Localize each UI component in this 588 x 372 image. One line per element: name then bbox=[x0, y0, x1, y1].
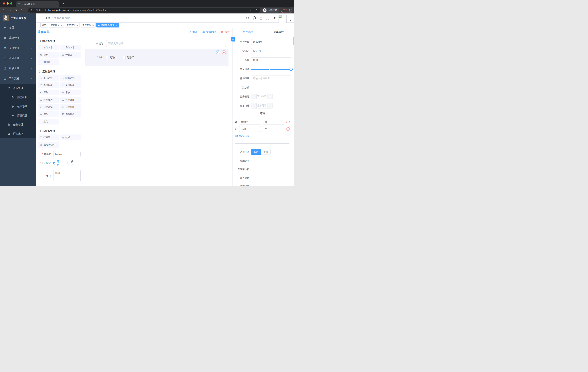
option-value-input[interactable] bbox=[263, 119, 284, 125]
tag-close-icon[interactable]: ✕ bbox=[116, 24, 117, 26]
option-value-input[interactable] bbox=[263, 126, 284, 132]
palette-item-password[interactable]: 密码 bbox=[38, 52, 59, 58]
checkbox-unchecked-icon[interactable] bbox=[123, 56, 126, 59]
remove-option-button[interactable]: − bbox=[286, 120, 290, 123]
sidebar-item-devtools[interactable]: 研发工具 bbox=[0, 63, 36, 74]
close-window-button[interactable] bbox=[3, 2, 5, 5]
increase-icon[interactable]: + bbox=[267, 103, 273, 108]
sidebar-item-process-form[interactable]: 流程表单 bbox=[0, 93, 36, 102]
palette-item-rate[interactable]: 评分 bbox=[38, 111, 59, 117]
status-radio-on[interactable]: 开启 bbox=[53, 160, 62, 167]
slider-thumb[interactable] bbox=[289, 68, 293, 71]
palette-item-checkbox-group[interactable]: 多选框组 bbox=[60, 82, 81, 88]
browser-update-button[interactable]: 更新 bbox=[281, 8, 292, 13]
phone-input[interactable] bbox=[106, 40, 226, 47]
option-label-input[interactable] bbox=[239, 119, 261, 125]
fullscreen-icon[interactable] bbox=[266, 16, 269, 20]
view-json-button[interactable]: 查看json bbox=[202, 30, 216, 34]
palette-item-date-picker[interactable]: 日期选择 bbox=[38, 104, 59, 110]
clear-button[interactable]: 清空 bbox=[221, 30, 230, 34]
home-icon[interactable] bbox=[20, 9, 23, 12]
add-option-button[interactable]: 添加选项 bbox=[235, 134, 291, 138]
slider-track[interactable] bbox=[251, 69, 291, 70]
remark-textarea[interactable]: 嘿嘿 bbox=[53, 170, 81, 181]
sidebar-item-process-model[interactable]: 流程模型 bbox=[0, 111, 36, 120]
font-size-icon[interactable]: тT bbox=[272, 17, 275, 20]
option-label-input[interactable] bbox=[239, 126, 261, 132]
sidebar-item-infrastructure[interactable]: 基础设施 bbox=[0, 53, 36, 63]
tag-close-icon[interactable]: ✕ bbox=[60, 24, 62, 26]
sidebar-fold-icon[interactable] bbox=[39, 16, 42, 20]
status-radio-off[interactable]: 关闭 bbox=[67, 160, 76, 167]
save-button[interactable]: ✓ 保存 bbox=[189, 30, 198, 34]
address-bar[interactable]: 不安全 dashboard.yudao.iocoder.cn/bpm/manag… bbox=[28, 8, 260, 12]
browser-tab[interactable]: 芋道管理系统 ✕ bbox=[16, 1, 59, 7]
palette-item-row-container[interactable]: 行容器 bbox=[38, 135, 59, 140]
field-name-input[interactable] bbox=[251, 48, 291, 54]
tab-form-props[interactable]: 表单属性 bbox=[263, 28, 294, 36]
tag-process-form-edit[interactable]: 流程表单-编辑✕ bbox=[96, 23, 119, 28]
sidebar-item-process-management[interactable]: 流程管理 bbox=[0, 84, 36, 93]
window-controls[interactable] bbox=[3, 2, 12, 5]
palette-item-upload[interactable]: 上传 bbox=[38, 119, 59, 125]
sidebar-item-workflow[interactable]: 工作流程 bbox=[0, 74, 36, 84]
password-key-icon[interactable] bbox=[250, 9, 253, 12]
sidebar-item-leave-query[interactable]: 请假查询 bbox=[0, 129, 36, 138]
min-select-stepper[interactable]: − 至少应选 + bbox=[251, 94, 273, 99]
palette-item-time-picker[interactable]: 时间选择 bbox=[38, 97, 59, 103]
forward-icon[interactable] bbox=[8, 9, 11, 12]
palette-item-radio-group[interactable]: 单选框组 bbox=[38, 82, 59, 88]
sidebar-item-task-management[interactable]: 任务管理 bbox=[0, 120, 36, 129]
help-icon[interactable]: ? bbox=[259, 16, 263, 20]
not-secure-warning-icon[interactable] bbox=[30, 9, 33, 11]
canvas-field-phone[interactable]: *手机号 bbox=[83, 40, 232, 47]
duplicate-component-button[interactable] bbox=[216, 50, 220, 54]
gender-option-2[interactable]: 选项二 bbox=[123, 56, 135, 59]
tab-component-props[interactable]: 组件属性 bbox=[233, 28, 263, 36]
menu-dots-icon[interactable] bbox=[289, 9, 290, 11]
maximize-window-button[interactable] bbox=[10, 2, 12, 5]
sidebar-item-payment[interactable]: ¥ 支付管理 bbox=[0, 43, 36, 53]
palette-item-single-line-text[interactable]: 单行文本 bbox=[38, 45, 59, 50]
tag-process-definition[interactable]: 流程定义✕ bbox=[49, 23, 64, 28]
reload-icon[interactable] bbox=[14, 9, 17, 12]
title-input[interactable] bbox=[251, 57, 291, 63]
component-type-select[interactable]: 多选框组 bbox=[251, 39, 291, 45]
default-value-input[interactable] bbox=[251, 85, 291, 90]
max-select-stepper[interactable]: − 最多可选 + bbox=[251, 103, 273, 108]
sidebar-item-system[interactable]: 系统管理 bbox=[0, 33, 36, 43]
canvas-field-gender-selected[interactable]: *性别 选项一 选项二 bbox=[85, 49, 229, 66]
palette-item-button[interactable]: 按钮 bbox=[60, 135, 81, 140]
breadcrumb-home[interactable]: 首页 bbox=[45, 16, 50, 20]
sidebar-item-home[interactable]: 首页 bbox=[0, 22, 36, 33]
palette-item-time-range[interactable]: 时间范围 bbox=[60, 97, 81, 103]
grid-slider[interactable] bbox=[251, 66, 291, 72]
remove-option-button[interactable]: − bbox=[286, 127, 290, 131]
link-tab[interactable] bbox=[231, 37, 235, 42]
decrease-icon[interactable]: − bbox=[251, 94, 257, 99]
new-tab-button[interactable]: + bbox=[63, 2, 64, 5]
sidebar-item-user-group[interactable]: 用户分组 bbox=[0, 102, 36, 111]
form-name-input[interactable] bbox=[53, 151, 81, 157]
search-icon[interactable] bbox=[246, 16, 249, 20]
resize-grip-icon[interactable] bbox=[79, 180, 80, 181]
tag-close-icon[interactable]: ✕ bbox=[76, 24, 78, 26]
palette-item-multi-line-text[interactable]: 多行文本 bbox=[60, 45, 81, 50]
palette-item-select[interactable]: 下拉选择 bbox=[38, 75, 59, 81]
panel-scrollbar[interactable] bbox=[293, 37, 294, 45]
drag-handle-icon[interactable] bbox=[234, 120, 238, 123]
avatar-dropdown-caret-icon[interactable] bbox=[290, 20, 292, 21]
palette-item-slider[interactable]: 滑块 bbox=[60, 90, 81, 95]
style-default-button[interactable]: 默认 bbox=[251, 149, 261, 155]
tab-close-icon[interactable]: ✕ bbox=[55, 3, 57, 5]
palette-item-switch[interactable]: 开关 bbox=[38, 90, 59, 95]
decrease-icon[interactable]: − bbox=[251, 103, 257, 108]
github-icon[interactable] bbox=[252, 16, 256, 20]
tag-close-icon[interactable]: ✕ bbox=[92, 24, 94, 26]
palette-item-color-picker[interactable]: 颜色选择 bbox=[60, 111, 81, 117]
minimize-window-button[interactable] bbox=[7, 2, 9, 5]
label-width-input[interactable] bbox=[251, 75, 291, 81]
style-button-button[interactable]: 按钮 bbox=[261, 149, 271, 155]
palette-item-cascader[interactable]: 级联选择 bbox=[60, 75, 81, 81]
palette-item-date-range[interactable]: 日期范围 bbox=[60, 104, 81, 110]
